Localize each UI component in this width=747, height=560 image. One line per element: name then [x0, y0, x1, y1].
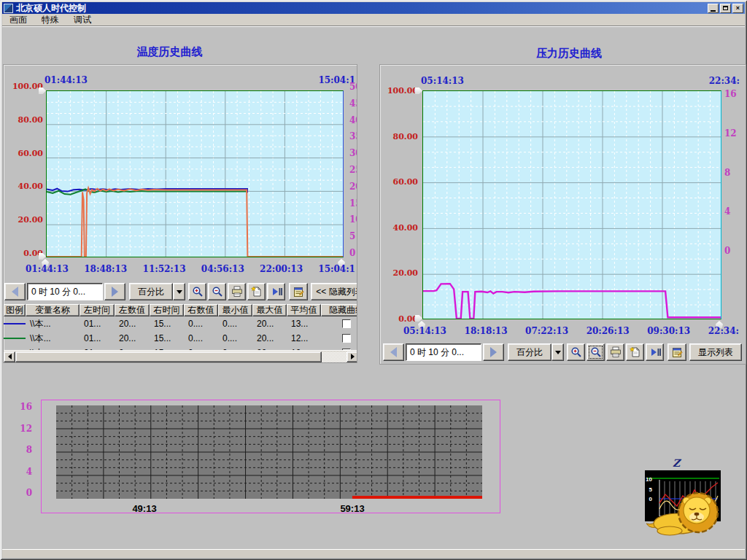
scroll-left-button[interactable]	[4, 283, 26, 300]
app-window: 北京硕人时代控制 × 画面特殊调试 温度历史曲线 压力历史曲线 01:44:13…	[0, 0, 747, 560]
time-tick-label: 01:44:13	[26, 264, 69, 274]
time-tick-label: 22:34:	[708, 326, 739, 336]
column-header[interactable]: 最大值	[252, 304, 287, 316]
scale-mode-button[interactable]: 百分比	[508, 343, 551, 361]
axis-tick-label: 10	[349, 214, 357, 225]
left-chart-title: 温度历史曲线	[69, 45, 270, 59]
scrollbar-left-button[interactable]	[4, 351, 15, 362]
column-header[interactable]: 平均值	[287, 304, 321, 316]
column-header[interactable]: 右数值	[184, 304, 218, 316]
right-plot-start-time: 05:14:13	[421, 76, 464, 86]
table-cell: 01...	[80, 333, 115, 343]
hide-curve-checkbox[interactable]	[342, 319, 351, 328]
report-button[interactable]	[667, 343, 686, 361]
arrow-left-icon	[390, 347, 397, 357]
scroll-right-button[interactable]	[483, 343, 504, 361]
time-span-field[interactable]: 0 时 10 分 0...	[27, 283, 103, 300]
column-header[interactable]: 右时间	[150, 304, 184, 316]
report-icon	[671, 346, 683, 358]
axis-tick-label: 16	[15, 402, 32, 412]
temperature-plot[interactable]	[46, 90, 344, 257]
axis-tick-label: 100.00	[382, 86, 418, 96]
table-scrollbar[interactable]	[4, 350, 357, 362]
show-list-button[interactable]: 显示列表	[689, 343, 742, 361]
play-pause-button[interactable]	[267, 283, 285, 300]
table-cell: 0....	[184, 333, 218, 343]
scale-mode-dropdown[interactable]	[551, 343, 564, 361]
scale-mode-button[interactable]: 百分比	[129, 283, 173, 300]
right-toolbar: 0 时 10 分 0... 百分比 显示列表	[382, 343, 746, 362]
scrollbar-track[interactable]	[322, 351, 347, 362]
zoom-out-icon	[590, 346, 602, 358]
series-curve-magenta	[423, 284, 721, 319]
app-icon	[4, 4, 13, 13]
axis-tick-label: 0	[642, 496, 652, 502]
time-tick-label: 09:30:13	[647, 326, 690, 336]
menu-item[interactable]: 特殊	[34, 13, 66, 27]
column-header[interactable]: 左时间	[80, 304, 115, 316]
table-row[interactable]: \\本...01...20...15...0....0....20...12..…	[4, 331, 357, 346]
scrollbar-right-button[interactable]	[347, 351, 357, 362]
minimize-button[interactable]	[708, 4, 719, 13]
left-toolbar: 0 时 10 分 0... 百分比 << 隐藏列表	[4, 282, 357, 302]
chevron-down-icon	[555, 351, 561, 357]
scroll-right-button[interactable]	[104, 283, 125, 300]
report-button[interactable]	[289, 283, 308, 300]
axis-tick-label: 0	[15, 488, 32, 498]
curve-legend-line	[4, 338, 26, 339]
title-bar[interactable]: 北京硕人时代控制 ×	[2, 2, 745, 14]
right-plot-right-axis: 1612840	[724, 89, 742, 256]
pressure-plot[interactable]	[422, 90, 721, 319]
play-pause-button[interactable]	[646, 343, 664, 361]
close-button[interactable]: ×	[732, 4, 743, 13]
menu-item[interactable]: 调试	[66, 13, 98, 27]
axis-slider-handle[interactable]	[415, 88, 422, 94]
axis-slider-handle[interactable]	[39, 88, 46, 94]
axis-slider-handle[interactable]	[415, 315, 422, 322]
hide-list-button[interactable]: << 隐藏列表	[311, 283, 357, 300]
new-report-button[interactable]	[626, 343, 644, 361]
printer-icon	[231, 286, 243, 298]
column-header[interactable]: 图例	[4, 304, 26, 316]
time-tick-label: 18:48:13	[84, 264, 127, 274]
time-tick-label: 05:14:13	[403, 326, 446, 336]
new-document-icon	[251, 286, 263, 298]
axis-tick-label: 60.00	[7, 149, 43, 158]
print-button[interactable]	[606, 343, 624, 361]
sleep-z: Z	[673, 457, 680, 469]
chevron-down-icon	[177, 290, 182, 297]
overview-plot[interactable]	[56, 405, 482, 499]
scrollbar-thumb[interactable]	[15, 351, 322, 362]
table-row[interactable]: \\本...01...20...15...0....0....20...13..…	[4, 316, 357, 331]
axis-tick-label: 40	[349, 115, 357, 125]
table-header-row: 图例变量名称左时间左数值右时间右数值最小值最大值平均值隐藏曲线	[4, 304, 357, 316]
zoom-in-button[interactable]	[567, 343, 585, 361]
scale-mode-dropdown[interactable]	[173, 283, 185, 300]
axis-tick-label: 40.00	[382, 223, 418, 233]
axis-tick-label: 8	[15, 445, 32, 455]
left-plot-end-time: 15:04:1	[278, 75, 355, 85]
arrow-right-icon	[351, 354, 355, 359]
time-span-field[interactable]: 0 时 10 分 0...	[406, 343, 481, 361]
zoom-out-button[interactable]	[587, 343, 605, 361]
restore-button[interactable]	[720, 4, 731, 13]
new-report-button[interactable]	[247, 283, 266, 300]
hide-curve-checkbox[interactable]	[342, 334, 351, 343]
column-header[interactable]: 左数值	[115, 304, 150, 316]
column-header[interactable]: 变量名称	[26, 304, 80, 316]
column-header[interactable]: 最小值	[218, 304, 252, 316]
left-plot-x-labels: 01:44:1318:48:1311:52:1304:56:1322:00:13…	[26, 264, 355, 274]
print-button[interactable]	[228, 283, 246, 300]
overview-x-label: 49:13	[119, 503, 170, 514]
column-header[interactable]: 隐藏曲线	[321, 304, 357, 316]
arrow-left-icon	[12, 287, 18, 297]
axis-tick-label: 20.00	[382, 268, 418, 278]
menu-item[interactable]: 画面	[2, 13, 34, 27]
table-cell: \\本...	[26, 318, 80, 330]
zoom-out-button[interactable]	[208, 283, 226, 300]
zoom-in-button[interactable]	[188, 283, 206, 300]
axis-slider-handle[interactable]	[39, 253, 46, 260]
scroll-left-button[interactable]	[383, 343, 404, 361]
menu-bar: 画面特殊调试	[2, 14, 745, 26]
axis-tick-label: 0	[349, 248, 357, 258]
